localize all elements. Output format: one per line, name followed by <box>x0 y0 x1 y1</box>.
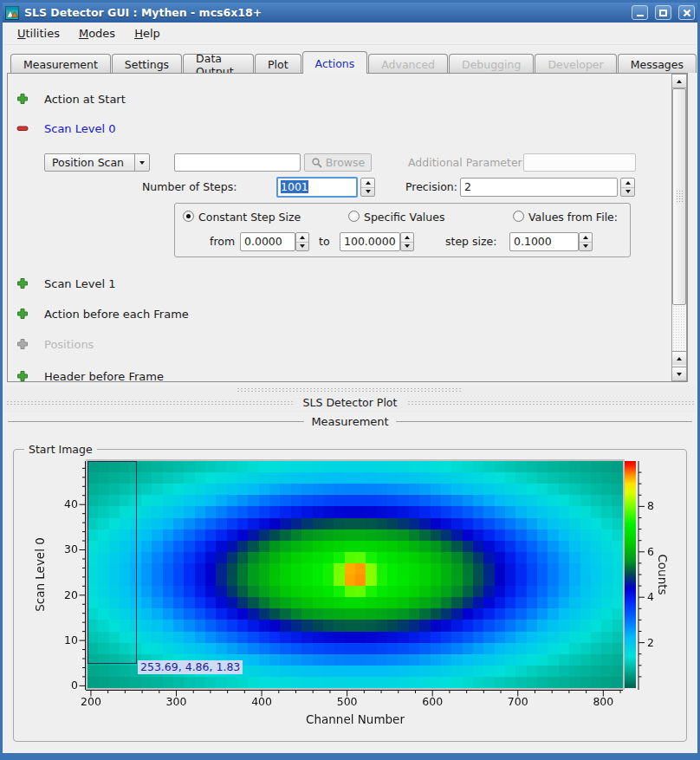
minimize-icon <box>637 15 644 16</box>
tab-data-output[interactable]: Data Output <box>183 54 254 73</box>
tab-measurement[interactable]: Measurement <box>10 54 111 73</box>
action-at-start-label: Action at Start <box>44 93 126 106</box>
scan-level-1-row[interactable]: Scan Level 1 <box>16 276 115 290</box>
magnifier-icon <box>311 157 322 168</box>
precision-value: 2 <box>464 180 471 193</box>
tab-bar: Measurement Settings Data Output Plot Ac… <box>10 51 697 73</box>
plot-dock-splitter[interactable]: SLS Detector Plot <box>3 385 697 412</box>
positions-row: Positions <box>16 337 94 351</box>
number-of-steps-spinner[interactable] <box>360 178 375 197</box>
scroll-up-button-2[interactable] <box>672 351 686 365</box>
minimize-button[interactable] <box>632 5 648 20</box>
scan-level-0-label: Scan Level 0 <box>44 122 115 135</box>
spin-up-icon <box>625 181 631 185</box>
arrow-up-icon <box>677 80 682 83</box>
start-image-group-title: Start Image <box>24 443 97 456</box>
expand-plus-icon[interactable] <box>16 93 29 105</box>
tab-messages[interactable]: Messages <box>618 54 697 73</box>
scroll-down-button[interactable] <box>672 367 686 380</box>
tab-plot[interactable]: Plot <box>255 54 301 73</box>
to-value: 100.0000 <box>344 235 396 248</box>
step-size-spinner[interactable] <box>579 232 593 251</box>
spin-down-icon <box>405 244 410 248</box>
radio-file[interactable] <box>513 211 524 222</box>
radio-specific-label[interactable]: Specific Values <box>364 211 444 224</box>
precision-spinner[interactable] <box>620 178 635 197</box>
radio-constant-label[interactable]: Constant Step Size <box>198 211 301 224</box>
maximize-button[interactable] <box>655 5 671 20</box>
scan-mode-combobox[interactable]: Position Scan <box>44 153 150 172</box>
scrollbar-track[interactable] <box>672 305 686 351</box>
start-image-groupbox: Start Image 253.69, 4.86, 1.83 Channel N… <box>13 449 687 742</box>
expand-plus-icon-disabled <box>16 338 29 350</box>
axis-tick-label: 20 <box>49 588 78 601</box>
axis-tick-label: 10 <box>49 633 78 646</box>
scan-level-0-row[interactable]: Scan Level 0 <box>16 121 115 135</box>
close-icon <box>683 9 691 17</box>
heatmap-canvas[interactable] <box>88 461 623 688</box>
tab-debugging: Debugging <box>449 54 534 73</box>
scan-mode-value: Position Scan <box>52 156 124 169</box>
axis-tick-label: 600 <box>413 695 451 708</box>
expand-plus-icon[interactable] <box>16 277 29 289</box>
chevron-down-icon <box>139 161 145 165</box>
y-axis-label: Scan Level 0 <box>33 537 47 612</box>
cursor-annotation: 253.69, 4.86, 1.83 <box>138 660 243 674</box>
menu-help[interactable]: Help <box>126 25 168 42</box>
axis-tick-label: 200 <box>72 695 110 708</box>
menu-modes[interactable]: Modes <box>71 25 123 42</box>
collapse-minus-icon[interactable] <box>16 122 29 134</box>
step-size-value: 0.1000 <box>514 235 552 248</box>
axis-tick-label: 6 <box>647 545 670 558</box>
tab-actions[interactable]: Actions <box>302 51 368 74</box>
from-spinner[interactable] <box>295 232 309 251</box>
radio-constant[interactable] <box>183 211 194 222</box>
action-before-frame-row[interactable]: Action before each Frame <box>16 307 189 321</box>
header-before-frame-label: Header before Frame <box>44 370 164 383</box>
action-before-frame-label: Action before each Frame <box>44 308 189 321</box>
tab-settings[interactable]: Settings <box>112 54 182 73</box>
action-at-start-row[interactable]: Action at Start <box>16 92 126 106</box>
application-window: SLS Detector GUI : Mythen - mcs6x18+ Uti… <box>0 0 700 760</box>
grip-dots-icon <box>676 190 684 204</box>
precision-field[interactable]: 2 <box>460 178 618 197</box>
vertical-scrollbar[interactable] <box>671 74 687 381</box>
step-mode-groupbox: Constant Step Size Specific Values Value… <box>174 203 631 257</box>
step-size-field[interactable]: 0.1000 <box>509 232 579 251</box>
axis-tick-label: 400 <box>243 695 281 708</box>
measurement-group-title: Measurement <box>304 415 395 428</box>
radio-specific[interactable] <box>348 211 360 222</box>
menu-utilities[interactable]: Utilities <box>10 25 68 42</box>
axis-tick-label: 30 <box>49 542 78 555</box>
expand-plus-icon[interactable] <box>16 308 29 320</box>
scroll-up-button[interactable] <box>672 75 686 88</box>
from-field[interactable]: 0.0000 <box>240 232 295 251</box>
additional-parameter-label: Additional Parameter: <box>408 153 526 172</box>
window-title: SLS Detector GUI : Mythen - mcs6x18+ <box>24 6 625 19</box>
divider <box>8 421 304 422</box>
to-spinner[interactable] <box>400 232 414 251</box>
combo-arrow-button[interactable] <box>134 154 149 171</box>
positions-label: Positions <box>44 338 94 351</box>
number-of-steps-label: Number of Steps: <box>142 178 237 196</box>
axis-tick-label: 700 <box>499 695 537 708</box>
close-button[interactable] <box>678 5 695 20</box>
spin-up-icon <box>300 236 305 239</box>
tab-advanced: Advanced <box>368 54 448 73</box>
axis-tick-label: 40 <box>49 497 78 510</box>
divider <box>396 421 692 422</box>
plot-dock-title: SLS Detector Plot <box>293 396 408 409</box>
axis-tick-label: 500 <box>328 695 366 708</box>
number-of-steps-field[interactable]: 1001 <box>276 177 358 198</box>
axis-tick-label: 2 <box>647 636 670 649</box>
scrollbar-thumb[interactable] <box>672 88 686 305</box>
expand-plus-icon[interactable] <box>16 370 29 382</box>
precision-label: Precision: <box>405 178 457 196</box>
maximize-icon <box>659 10 667 16</box>
header-before-frame-row[interactable]: Header before Frame <box>16 369 164 382</box>
to-field[interactable]: 100.0000 <box>340 232 400 251</box>
colorbar-axis-label: Counts <box>656 554 670 594</box>
radio-file-label[interactable]: Values from File: <box>528 211 618 224</box>
scan-script-input[interactable] <box>174 153 301 172</box>
splitter-handle[interactable] <box>237 387 462 393</box>
